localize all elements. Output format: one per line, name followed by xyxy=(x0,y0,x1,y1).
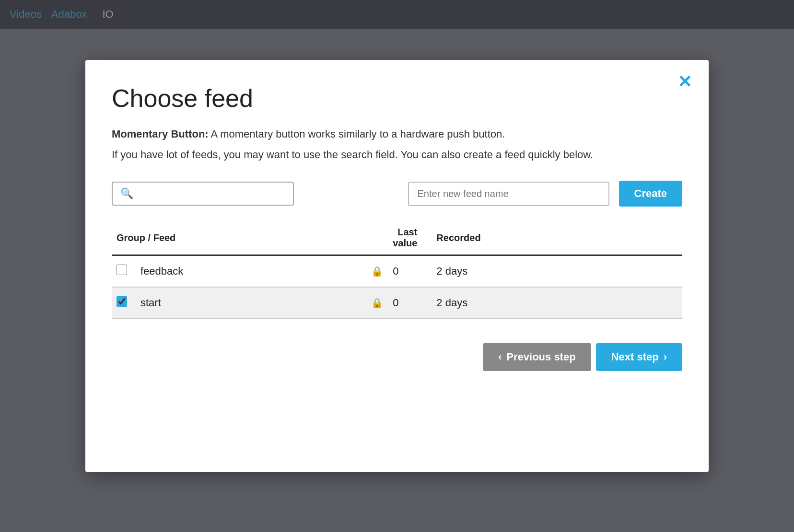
search-input[interactable] xyxy=(138,188,285,199)
new-feed-input[interactable] xyxy=(408,182,609,206)
feed-name: feedback xyxy=(136,255,364,288)
col-header-lastval: Last value xyxy=(388,221,427,255)
description-rest: A momentary button works similarly to a … xyxy=(209,128,505,140)
modal-description-2: If you have lot of feeds, you may want t… xyxy=(112,147,682,162)
lock-cell: 🔒 xyxy=(364,287,388,319)
modal-title: Choose feed xyxy=(112,84,682,113)
search-box: 🔍 xyxy=(112,182,294,206)
table-row: start🔒02 days xyxy=(112,287,682,319)
create-button[interactable]: Create xyxy=(619,181,682,207)
feed-checkbox[interactable] xyxy=(117,296,127,307)
next-step-button[interactable]: Next step › xyxy=(596,343,682,371)
close-button[interactable]: ✕ xyxy=(677,73,692,91)
table-header-row: Group / Feed Last value Recorded xyxy=(112,221,682,255)
search-create-row: 🔍 Create xyxy=(112,181,682,207)
chevron-right-icon: › xyxy=(664,351,667,363)
last-value: 0 xyxy=(388,255,427,288)
bottom-buttons: ‹ Previous step Next step › xyxy=(112,343,682,371)
col-header-recorded: Recorded xyxy=(427,221,682,255)
feed-checkbox[interactable] xyxy=(117,265,127,275)
checkbox-cell xyxy=(112,287,136,319)
search-icon: 🔍 xyxy=(120,187,133,200)
col-header-lock-spacer xyxy=(364,221,388,255)
modal: ✕ Choose feed Momentary Button: A moment… xyxy=(85,60,709,472)
prev-label: Previous step xyxy=(506,351,575,363)
last-value: 0 xyxy=(388,287,427,319)
chevron-left-icon: ‹ xyxy=(498,351,502,363)
checkbox-cell xyxy=(112,255,136,288)
lock-icon: 🔒 xyxy=(371,298,383,308)
table-row: feedback🔒02 days xyxy=(112,255,682,288)
col-header-feed: Group / Feed xyxy=(112,221,364,255)
next-label: Next step xyxy=(611,351,659,363)
feed-table: Group / Feed Last value Recorded feedbac… xyxy=(112,221,682,319)
previous-step-button[interactable]: ‹ Previous step xyxy=(483,343,591,371)
recorded-value: 2 days xyxy=(427,287,682,319)
description-bold: Momentary Button: xyxy=(112,128,209,140)
feed-name: start xyxy=(136,287,364,319)
recorded-value: 2 days xyxy=(427,255,682,288)
modal-description-1: Momentary Button: A momentary button wor… xyxy=(112,126,682,142)
lock-cell: 🔒 xyxy=(364,255,388,288)
lock-icon: 🔒 xyxy=(371,266,383,277)
